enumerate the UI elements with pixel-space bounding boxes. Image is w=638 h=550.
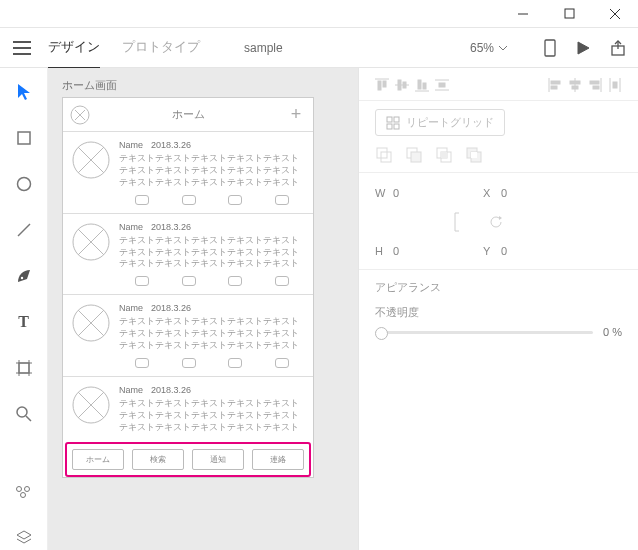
play-icon[interactable]: [576, 41, 590, 55]
card-date: 2018.3.26: [151, 140, 191, 150]
svg-rect-62: [593, 86, 599, 89]
svg-rect-12: [18, 132, 30, 144]
svg-point-15: [20, 277, 22, 279]
avatar-placeholder-icon: [71, 222, 111, 262]
svg-rect-67: [394, 117, 399, 122]
svg-rect-43: [378, 81, 381, 90]
x-label: X: [483, 187, 501, 199]
svg-rect-70: [377, 148, 387, 158]
canvas[interactable]: ホーム画面 ホーム + Name2018.3.26 テキストテキストテキストテキ…: [48, 68, 358, 550]
artboard-label[interactable]: ホーム画面: [62, 78, 344, 93]
text-tool[interactable]: T: [12, 310, 36, 334]
tabbar-search[interactable]: 検索: [132, 449, 184, 470]
card-date: 2018.3.26: [151, 385, 191, 395]
tabbar-contact[interactable]: 連絡: [252, 449, 304, 470]
h-value[interactable]: 0: [393, 245, 453, 257]
subtract-icon[interactable]: [405, 146, 423, 164]
svg-point-21: [17, 407, 27, 417]
svg-point-13: [17, 178, 30, 191]
svg-rect-7: [545, 40, 555, 56]
repeat-grid-button[interactable]: リピートグリッド: [375, 109, 505, 136]
svg-rect-55: [551, 81, 560, 84]
align-vcenter-icon[interactable]: [395, 78, 409, 92]
align-top-icon[interactable]: [375, 78, 389, 92]
svg-rect-73: [411, 152, 421, 162]
ellipse-tool[interactable]: [12, 172, 36, 196]
device-preview-icon[interactable]: [544, 39, 556, 57]
distribute-v-icon[interactable]: [435, 78, 449, 92]
tab-prototype[interactable]: プロトタイプ: [122, 27, 200, 69]
y-label: Y: [483, 245, 501, 257]
window-maximize[interactable]: [546, 0, 592, 28]
align-left-icon[interactable]: [548, 78, 562, 92]
hamburger-icon[interactable]: [12, 38, 32, 58]
zoom-dropdown[interactable]: 65%: [470, 41, 508, 55]
h-label: H: [375, 245, 393, 257]
tabbar-highlight: ホーム 検索 通知 連絡: [65, 442, 311, 477]
list-item: Name2018.3.26 テキストテキストテキストテキストテキストテキストテキ…: [63, 377, 313, 436]
boolean-ops: [375, 146, 622, 164]
exclude-icon[interactable]: [465, 146, 483, 164]
card-text: テキストテキストテキストテキストテキストテキストテキストテキストテキストテキスト…: [119, 235, 305, 271]
grid-icon: [386, 116, 400, 130]
y-value[interactable]: 0: [501, 245, 561, 257]
zoom-tool[interactable]: [12, 402, 36, 426]
list-item: Name2018.3.26 テキストテキストテキストテキストテキストテキストテキ…: [63, 132, 313, 214]
opacity-slider[interactable]: [375, 331, 593, 334]
share-icon[interactable]: [610, 40, 626, 56]
window-close[interactable]: [592, 0, 638, 28]
svg-rect-76: [441, 152, 447, 158]
svg-rect-69: [394, 124, 399, 129]
intersect-icon[interactable]: [435, 146, 453, 164]
svg-rect-71: [381, 152, 391, 162]
tool-strip: T: [0, 68, 48, 550]
line-tool[interactable]: [12, 218, 36, 242]
svg-rect-58: [570, 81, 580, 84]
w-label: W: [375, 187, 393, 199]
assets-icon[interactable]: [12, 480, 36, 504]
appearance-label: アピアランス: [375, 280, 622, 295]
w-value[interactable]: 0: [393, 187, 453, 199]
align-controls: [375, 78, 622, 92]
distribute-h-icon[interactable]: [608, 78, 622, 92]
avatar-placeholder-icon: [71, 385, 111, 425]
tabbar-home[interactable]: ホーム: [72, 449, 124, 470]
rectangle-tool[interactable]: [12, 126, 36, 150]
pen-tool[interactable]: [12, 264, 36, 288]
svg-rect-47: [403, 82, 406, 88]
artboard[interactable]: ホーム + Name2018.3.26 テキストテキストテキストテキストテキスト…: [62, 97, 314, 478]
bottom-tabbar: ホーム 検索 通知 連絡: [72, 449, 304, 470]
layers-icon[interactable]: [12, 526, 36, 550]
svg-marker-80: [499, 216, 502, 220]
align-right-icon[interactable]: [588, 78, 602, 92]
x-value[interactable]: 0: [501, 187, 561, 199]
artboard-header: ホーム +: [63, 98, 313, 132]
svg-rect-50: [423, 83, 426, 89]
lock-aspect-icon[interactable]: [453, 211, 467, 233]
union-icon[interactable]: [375, 146, 393, 164]
svg-rect-56: [551, 86, 557, 89]
align-hcenter-icon[interactable]: [568, 78, 582, 92]
card-name: Name: [119, 140, 143, 150]
rotate-icon[interactable]: [489, 215, 503, 229]
artboard-tool[interactable]: [12, 356, 36, 380]
zoom-value: 65%: [470, 41, 494, 55]
align-bottom-icon[interactable]: [415, 78, 429, 92]
svg-marker-26: [17, 531, 31, 539]
tab-design[interactable]: デザイン: [48, 27, 100, 69]
svg-rect-61: [590, 81, 599, 84]
svg-point-24: [24, 487, 29, 492]
svg-marker-11: [18, 84, 30, 100]
filename: sample: [244, 41, 283, 55]
tabbar-notice[interactable]: 通知: [192, 449, 244, 470]
card-actions: [119, 358, 305, 368]
svg-rect-16: [19, 363, 29, 373]
opacity-value[interactable]: 0 %: [603, 326, 622, 338]
card-date: 2018.3.26: [151, 303, 191, 313]
select-tool[interactable]: [12, 80, 36, 104]
svg-line-22: [26, 416, 31, 421]
avatar-placeholder-icon: [71, 140, 111, 180]
opacity-label: 不透明度: [375, 305, 622, 320]
svg-rect-53: [439, 83, 445, 87]
window-minimize[interactable]: [500, 0, 546, 28]
